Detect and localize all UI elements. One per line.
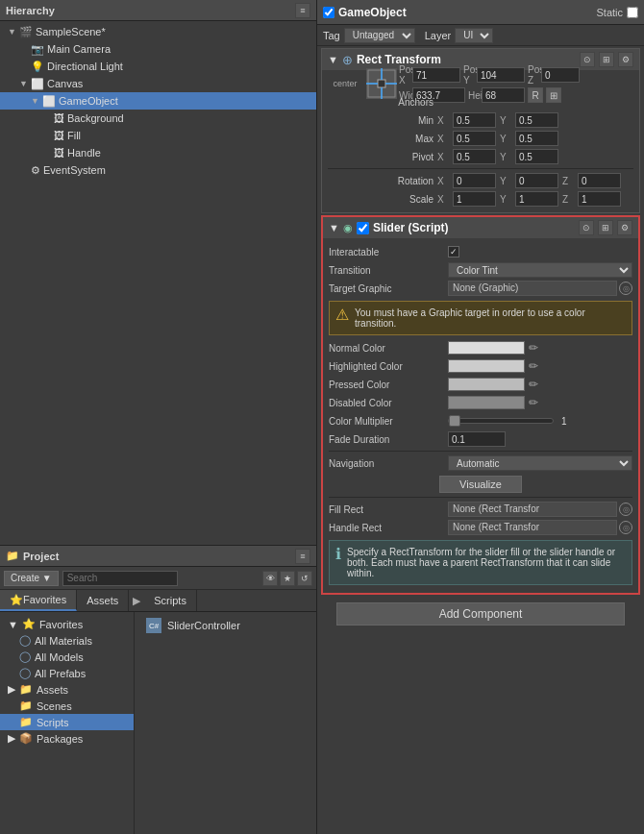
navigation-dropdown[interactable]: Automatic — [448, 455, 632, 471]
layer-dropdown[interactable]: UI — [455, 28, 493, 43]
slider-header[interactable]: ▼ ◉ Slider (Script) ⊙ ⊞ ⚙ — [323, 217, 638, 238]
color-multiplier-thumb[interactable] — [449, 415, 460, 427]
rotation-y-input[interactable] — [515, 173, 558, 188]
hierarchy-item-handle[interactable]: 🖼 Handle — [0, 144, 316, 161]
pos-x-input[interactable] — [412, 67, 460, 83]
sidebar-scenes[interactable]: 📁 Scenes — [0, 698, 134, 714]
normal-color-eyedropper[interactable]: ✏ — [529, 341, 538, 355]
gameobject-active-checkbox[interactable] — [323, 7, 334, 18]
rotation-z-input[interactable] — [578, 173, 621, 188]
add-component-button[interactable]: Add Component — [336, 602, 625, 626]
hierarchy-item-canvas[interactable]: ▼ ⬜ Canvas — [0, 75, 316, 92]
tag-label: Tag — [323, 30, 340, 41]
project-menu-icon[interactable]: ≡ — [295, 549, 310, 564]
hierarchy-item-fill[interactable]: 🖼 Fill — [0, 127, 316, 144]
hierarchy-item-eventsystem[interactable]: ⚙ EventSystem — [0, 161, 316, 179]
scale-z-input[interactable] — [578, 191, 621, 207]
scene-expand-icon: ▼ — [8, 27, 19, 37]
slider-controller-item[interactable]: C# SliderController — [138, 616, 312, 635]
hierarchy-item-gameobject[interactable]: ▼ ⬜ GameObject — [0, 92, 316, 110]
normal-color-swatch[interactable] — [448, 341, 525, 355]
highlighted-color-label: Highlighted Color — [329, 361, 444, 372]
transition-dropdown[interactable]: Color Tint — [448, 262, 632, 278]
static-label: Static — [596, 7, 623, 18]
hierarchy-item-directional-light[interactable]: 💡 Directional Light — [0, 58, 316, 75]
inspector-scroll[interactable]: ▼ ⊕ Rect Transform ⊙ ⊞ ⚙ center — [317, 46, 644, 834]
slider-enabled-checkbox[interactable] — [357, 222, 369, 234]
pressed-color-eyedropper[interactable]: ✏ — [529, 378, 538, 391]
pos-z-group: Pos Z — [528, 64, 580, 86]
pos-y-input[interactable] — [477, 67, 525, 83]
scale-x-label: X — [437, 194, 449, 205]
hierarchy-item-background[interactable]: 🖼 Background — [0, 110, 316, 127]
interactable-checkbox[interactable]: ✓ — [448, 246, 459, 258]
hierarchy-item-main-camera[interactable]: 📷 Main Camera — [0, 40, 316, 58]
hierarchy-menu-icon[interactable]: ≡ — [295, 3, 310, 18]
sidebar-all-materials[interactable]: ◯ All Materials — [0, 632, 134, 649]
tab-scripts[interactable]: Scripts — [144, 590, 197, 611]
r-button[interactable]: R — [528, 87, 543, 103]
rot-y-label: Y — [500, 176, 511, 186]
target-graphic-picker[interactable]: ◎ — [619, 282, 632, 295]
highlighted-color-swatch[interactable] — [448, 359, 525, 373]
packages-label: Packages — [37, 733, 83, 745]
project-search-input[interactable] — [62, 571, 178, 586]
scale-x-input[interactable] — [453, 191, 496, 207]
project-tabs: ⭐ Favorites Assets ▶ Scripts — [0, 590, 316, 612]
slider-controller-label: SliderController — [167, 620, 240, 631]
background-label: Background — [67, 112, 124, 124]
project-header: 📁 Project ≡ — [0, 546, 316, 567]
pressed-color-swatch[interactable] — [448, 378, 525, 391]
create-button[interactable]: Create ▼ — [4, 571, 59, 586]
height-input[interactable] — [482, 87, 525, 103]
handle-rect-picker[interactable]: ◎ — [619, 521, 632, 534]
project-folder-icon: 📁 — [6, 550, 19, 562]
navigation-row: Navigation Automatic — [329, 454, 632, 472]
highlighted-color-eyedropper[interactable]: ✏ — [529, 359, 538, 373]
max-y-input[interactable] — [515, 131, 558, 146]
scene-root[interactable]: ▼ 🎬 SampleScene* — [0, 23, 316, 40]
handle-rect-label: Handle Rect — [329, 523, 444, 533]
star-filter-icon[interactable]: ★ — [280, 571, 295, 586]
scale-y-input[interactable] — [515, 191, 558, 207]
static-checkbox[interactable] — [627, 7, 638, 18]
normal-color-row: Normal Color ✏ — [329, 339, 632, 356]
anchor-visual — [366, 68, 397, 99]
blueprint-button[interactable]: ⊞ — [546, 87, 561, 103]
pos-y-group: Pos Y — [463, 64, 525, 86]
scenes-label: Scenes — [37, 700, 72, 712]
history-icon[interactable]: ↺ — [297, 571, 312, 586]
tag-dropdown[interactable]: Untagged — [344, 28, 415, 43]
max-x-input[interactable] — [453, 131, 496, 146]
sidebar-all-models[interactable]: ◯ All Models — [0, 649, 134, 665]
tab-favorites[interactable]: ⭐ Favorites — [0, 590, 77, 611]
slider-menu-icon[interactable]: ⚙ — [617, 220, 632, 235]
slider-expand-btn[interactable]: ⊞ — [598, 220, 613, 235]
rotation-x-input[interactable] — [453, 173, 496, 188]
tab-assets[interactable]: Assets — [77, 590, 129, 611]
disabled-color-swatch[interactable] — [448, 396, 525, 409]
disabled-color-eyedropper[interactable]: ✏ — [529, 396, 538, 409]
handle-rect-value: None (Rect Transfor — [448, 520, 617, 535]
sidebar-all-prefabs[interactable]: ◯ All Prefabs — [0, 665, 134, 681]
disabled-color-row: Disabled Color ✏ — [329, 394, 632, 411]
min-x-input[interactable] — [453, 112, 496, 128]
sidebar-scripts[interactable]: 📁 Scripts — [0, 714, 134, 730]
slider-paste-icon[interactable]: ⊙ — [579, 220, 594, 235]
fade-duration-input[interactable] — [448, 431, 506, 447]
favorites-label: Favorites — [39, 619, 83, 630]
visualize-button[interactable]: Visualize — [439, 476, 522, 493]
sidebar-packages[interactable]: ▶ 📦 Packages — [0, 730, 134, 747]
color-multiplier-track[interactable] — [448, 418, 554, 424]
eye-icon[interactable]: 👁 — [262, 571, 278, 586]
pos-z-input[interactable] — [541, 67, 580, 83]
normal-color-label: Normal Color — [329, 343, 444, 354]
fill-rect-picker[interactable]: ◎ — [619, 503, 632, 516]
sidebar-assets[interactable]: ▶ 📁 Assets — [0, 681, 134, 698]
sidebar-favorites[interactable]: ▼ ⭐ Favorites — [0, 616, 134, 632]
min-label: Min — [328, 115, 433, 126]
min-y-input[interactable] — [515, 112, 558, 128]
target-graphic-row: Target Graphic None (Graphic) ◎ — [329, 280, 632, 297]
pivot-x-input[interactable] — [453, 149, 496, 164]
pivot-y-input[interactable] — [515, 149, 558, 164]
